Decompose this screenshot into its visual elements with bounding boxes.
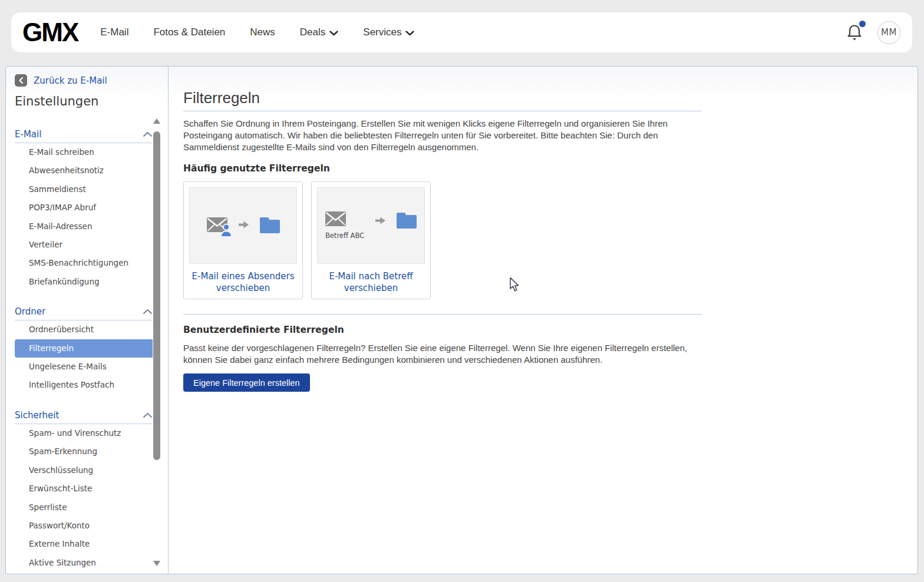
- sidebar-item-aktive-sitzungen[interactable]: Aktive Sitzungen: [15, 554, 153, 568]
- folder-icon: [397, 211, 417, 231]
- scroll-up-arrow-icon[interactable]: [153, 118, 160, 124]
- sidebar-section-e-mail: E-MailE-Mail schreibenAbwesenheitsnotizS…: [15, 129, 153, 291]
- chevron-down-icon: [405, 27, 414, 39]
- card-label[interactable]: E-Mail eines Absenders verschieben: [189, 270, 297, 294]
- sidebar-item-verschlüsselung[interactable]: Verschlüsselung: [15, 461, 153, 480]
- avatar[interactable]: MM: [877, 21, 900, 44]
- sidebar-item-passwort-konto[interactable]: Passwort/Konto: [15, 517, 153, 535]
- sender-person-icon: [220, 223, 233, 240]
- section-header[interactable]: Ordner: [15, 306, 153, 320]
- primary-nav: E-MailFotos & DateienNewsDealsServices: [100, 26, 414, 39]
- sidebar-item-ordnerübersicht[interactable]: Ordnerübersicht: [15, 320, 153, 339]
- sidebar-item-ungelesene-e-mails[interactable]: Ungelesene E-Mails: [15, 358, 153, 376]
- sidebar-item-e-mail-adressen[interactable]: E-Mail-Adressen: [15, 217, 153, 236]
- nav-item-label: Fotos & Dateien: [153, 27, 225, 38]
- envelope-group: Betreff ABC: [325, 211, 364, 240]
- sidebar-item-filterregeln[interactable]: Filterregeln: [15, 339, 153, 358]
- sidebar-section-ordner: OrdnerOrdnerübersichtFilterregelnUngeles…: [15, 306, 153, 395]
- sidebar-item-sms-benachrichtigungen[interactable]: SMS-Benachrichtigungen: [15, 254, 153, 272]
- nav-item-label: News: [250, 27, 275, 38]
- chevron-down-icon: [329, 27, 338, 39]
- envelope-icon: [325, 211, 346, 229]
- custom-filters-text: Passt keine der vorgeschlagenen Filterre…: [183, 342, 697, 366]
- chevron-up-icon[interactable]: [143, 410, 153, 421]
- nav-item-e-mail[interactable]: E-Mail: [100, 27, 128, 38]
- back-link-label: Zurück zu E-Mail: [34, 75, 107, 86]
- topbar-right: MM: [847, 21, 912, 44]
- back-to-email-link[interactable]: Zurück zu E-Mail: [6, 67, 168, 87]
- nav-item-label: Deals: [300, 27, 325, 38]
- folder-icon: [260, 216, 280, 236]
- sidebar-item-spam-und-virenschutz[interactable]: Spam- und Virenschutz: [15, 424, 153, 442]
- sidebar-scrollbar[interactable]: [153, 118, 161, 566]
- filter-card-list: E-Mail eines Absenders verschiebenBetref…: [183, 181, 918, 299]
- card-figure: [189, 187, 297, 264]
- sidebar-section-sicherheit: SicherheitSpam- und VirenschutzSpam-Erke…: [15, 410, 153, 568]
- intro-text: Schaffen Sie Ordnung in Ihrem Posteingan…: [183, 118, 697, 153]
- scroll-down-arrow-icon[interactable]: [153, 561, 160, 566]
- section-divider: [183, 314, 702, 315]
- main-content: Filterregeln Schaffen Sie Ordnung in Ihr…: [169, 67, 918, 574]
- sidebar-item-spam-erkennung[interactable]: Spam-Erkennung: [15, 442, 153, 461]
- section-label: Sicherheit: [15, 410, 59, 421]
- settings-panel: Zurück zu E-Mail Einstellungen E-MailE-M…: [5, 66, 918, 574]
- subject-caption: Betreff ABC: [325, 232, 364, 240]
- arrow-right-icon: [238, 220, 249, 232]
- sidebar-item-pop3-imap-abruf[interactable]: POP3/IMAP Abruf: [15, 199, 153, 217]
- nav-item-deals[interactable]: Deals: [300, 26, 338, 39]
- sidebar-item-verteiler[interactable]: Verteiler: [15, 236, 153, 254]
- sidebar-item-externe-inhalte[interactable]: Externe Inhalte: [15, 535, 153, 553]
- bell-icon: [847, 33, 862, 43]
- card-figure: Betreff ABC: [317, 187, 425, 264]
- sidebar-sections: E-MailE-Mail schreibenAbwesenheitsnotizS…: [6, 116, 153, 568]
- envelope-group: [207, 217, 227, 234]
- nav-item-services[interactable]: Services: [363, 26, 414, 39]
- section-label: E-Mail: [15, 129, 41, 140]
- sidebar-item-sperrliste[interactable]: Sperrliste: [15, 498, 153, 517]
- page-title: Filterregeln: [183, 89, 918, 107]
- section-header[interactable]: E-Mail: [15, 129, 153, 143]
- settings-sidebar: Zurück zu E-Mail Einstellungen E-MailE-M…: [6, 67, 169, 574]
- sidebar-item-intelligentes-postfach[interactable]: Intelligentes Postfach: [15, 376, 153, 394]
- scrollbar-thumb[interactable]: [153, 131, 160, 460]
- nav-item-fotos-dateien[interactable]: Fotos & Dateien: [153, 27, 225, 38]
- sidebar-item-abwesenheitsnotiz[interactable]: Abwesenheitsnotiz: [15, 161, 153, 180]
- card-label[interactable]: E-Mail nach Betreff verschieben: [317, 270, 425, 294]
- sidebar-item-erwünscht-liste[interactable]: Erwünscht-Liste: [15, 480, 153, 498]
- sidebar-title: Einstellungen: [6, 87, 168, 108]
- envelope-icon: [207, 217, 227, 234]
- filter-card-envelope-subject-to-folder[interactable]: Betreff ABCE-Mail nach Betreff verschieb…: [311, 181, 431, 299]
- section-header[interactable]: Sicherheit: [15, 410, 153, 424]
- sidebar-item-briefankündigung[interactable]: Briefankündigung: [15, 273, 153, 291]
- nav-item-label: Services: [363, 27, 401, 38]
- custom-filters-heading: Benutzerdefinierte Filterregeln: [183, 325, 918, 335]
- filter-card-envelope-sender-to-folder[interactable]: E-Mail eines Absenders verschieben: [183, 181, 303, 299]
- arrow-right-icon: [375, 216, 386, 227]
- notification-dot: [859, 21, 866, 27]
- back-chevron-icon: [15, 74, 27, 87]
- sidebar-item-e-mail-schreiben[interactable]: E-Mail schreiben: [15, 143, 153, 161]
- gmx-logo[interactable]: GMX: [22, 18, 78, 47]
- sidebar-item-sammeldienst[interactable]: Sammeldienst: [15, 180, 153, 199]
- section-label: Ordner: [15, 306, 45, 317]
- top-navigation-bar: GMX E-MailFotos & DateienNewsDealsServic…: [11, 12, 912, 52]
- frequent-filters-heading: Häufig genutzte Filterregeln: [183, 163, 918, 174]
- title-divider: [183, 111, 702, 111]
- nav-item-label: E-Mail: [100, 27, 128, 38]
- chevron-up-icon[interactable]: [143, 129, 153, 140]
- chevron-up-icon[interactable]: [143, 306, 153, 317]
- create-filter-button[interactable]: Eigene Filterregeln erstellen: [183, 373, 310, 392]
- nav-item-news[interactable]: News: [250, 27, 275, 38]
- notifications-button[interactable]: [847, 24, 862, 41]
